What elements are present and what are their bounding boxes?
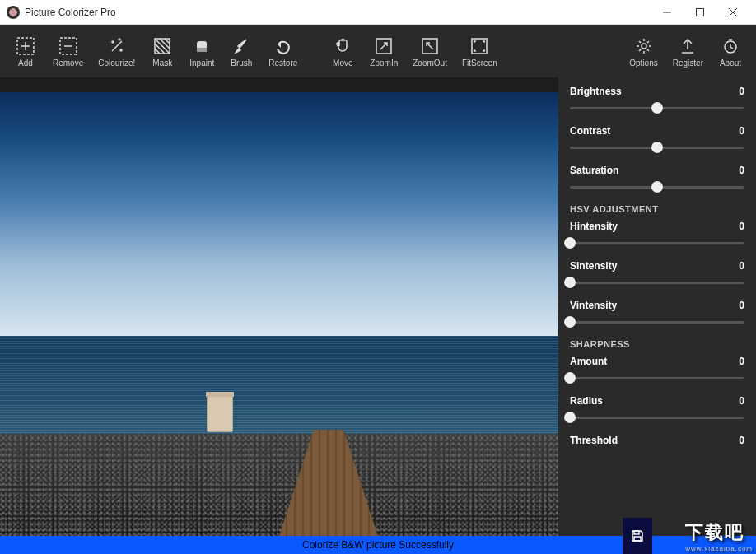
sintensity-label: Sintensity <box>570 260 617 272</box>
clock-icon <box>721 35 740 57</box>
brush-button[interactable]: Brush <box>222 32 260 71</box>
fit-screen-button[interactable]: FitScreen <box>455 32 504 71</box>
slider-thumb[interactable] <box>564 372 576 384</box>
radius-label: Radius <box>570 395 603 407</box>
brightness-slider[interactable]: Brightness0 <box>570 86 744 114</box>
preview-image <box>0 92 558 536</box>
brightness-value: 0 <box>739 86 744 97</box>
saturation-label: Saturation <box>570 165 618 176</box>
add-button[interactable]: Add <box>7 32 44 71</box>
zoom-out-button[interactable]: ZoomOut <box>406 32 454 71</box>
hsv-section-title: HSV ADJUSTMENT <box>570 204 744 214</box>
saturation-value: 0 <box>739 165 744 176</box>
fit-screen-icon <box>469 35 489 57</box>
threshold-slider[interactable]: Threshold0 <box>570 435 744 446</box>
svg-rect-27 <box>634 537 641 541</box>
svg-line-17 <box>380 43 387 49</box>
image-canvas[interactable] <box>0 77 558 536</box>
slider-thumb[interactable] <box>564 277 576 288</box>
magic-wand-icon <box>107 35 127 57</box>
inpaint-button[interactable]: Inpaint <box>183 32 221 71</box>
watermark: 下载吧 www.xiazaiba.com <box>685 520 753 552</box>
titlebar: Picture Colorizer Pro <box>0 0 756 25</box>
radius-value: 0 <box>739 395 744 407</box>
slider-thumb[interactable] <box>564 316 576 328</box>
slider-thumb[interactable] <box>564 412 576 423</box>
maximize-button[interactable] <box>684 1 716 24</box>
remove-button[interactable]: Remove <box>46 32 90 71</box>
hintensity-label: Hintensity <box>570 221 618 232</box>
minimize-button[interactable] <box>651 1 684 24</box>
radius-slider[interactable]: Radius0 <box>570 395 744 423</box>
save-icon <box>630 528 645 543</box>
contrast-label: Contrast <box>570 125 610 137</box>
saturation-slider[interactable]: Saturation0 <box>570 165 744 193</box>
contrast-slider[interactable]: Contrast0 <box>570 125 744 153</box>
svg-rect-1 <box>697 8 704 16</box>
svg-point-12 <box>119 39 120 40</box>
svg-rect-26 <box>634 531 639 534</box>
slider-thumb[interactable] <box>651 181 663 193</box>
register-button[interactable]: Register <box>666 32 710 71</box>
mask-icon <box>152 35 172 57</box>
status-message: Colorize B&W picture Successfully <box>302 539 454 551</box>
amount-value: 0 <box>739 356 744 367</box>
about-button[interactable]: About <box>712 32 749 71</box>
vintensity-slider[interactable]: Vintensity0 <box>570 300 744 328</box>
sintensity-value: 0 <box>739 260 744 272</box>
toolbar: Add Remove Colourize! Mask Inpaint Brush… <box>0 25 756 77</box>
sintensity-slider[interactable]: Sintensity0 <box>570 260 744 288</box>
options-button[interactable]: Options <box>623 32 664 71</box>
slider-thumb[interactable] <box>564 237 576 249</box>
eraser-icon <box>192 35 212 57</box>
gear-icon <box>634 35 654 57</box>
app-icon <box>7 6 20 19</box>
vintensity-value: 0 <box>739 300 744 311</box>
hintensity-slider[interactable]: Hintensity0 <box>570 221 744 249</box>
add-icon <box>16 35 35 57</box>
hintensity-value: 0 <box>739 221 744 232</box>
colourize-button[interactable]: Colourize! <box>91 32 142 71</box>
contrast-value: 0 <box>739 125 744 137</box>
threshold-label: Threshold <box>570 435 618 446</box>
svg-rect-15 <box>197 48 207 52</box>
amount-slider[interactable]: Amount0 <box>570 356 744 384</box>
svg-line-19 <box>427 43 433 49</box>
upload-icon <box>678 35 698 57</box>
zoom-out-icon <box>420 35 440 57</box>
svg-point-11 <box>120 49 122 51</box>
svg-point-21 <box>642 44 646 49</box>
slider-thumb[interactable] <box>651 142 663 153</box>
vintensity-label: Vintensity <box>570 300 617 311</box>
mask-button[interactable]: Mask <box>143 32 181 71</box>
svg-line-24 <box>730 47 733 49</box>
undo-icon <box>273 35 293 57</box>
brush-icon <box>231 35 251 57</box>
sharpness-section-title: SHARPNESS <box>570 339 744 349</box>
move-button[interactable]: Move <box>324 32 362 71</box>
svg-point-10 <box>112 41 114 43</box>
restore-button[interactable]: Restore <box>262 32 304 71</box>
slider-thumb[interactable] <box>651 102 663 114</box>
close-button[interactable] <box>716 1 749 24</box>
remove-icon <box>58 35 78 57</box>
brightness-label: Brightness <box>570 86 622 97</box>
adjustments-panel: Brightness0 Contrast0 Saturation0 HSV AD… <box>558 77 756 536</box>
threshold-value: 0 <box>739 435 744 446</box>
window-title: Picture Colorizer Pro <box>25 7 651 18</box>
save-button[interactable] <box>623 518 652 554</box>
main-area: Brightness0 Contrast0 Saturation0 HSV AD… <box>0 77 756 536</box>
hand-icon <box>333 35 352 57</box>
zoom-in-icon <box>374 35 394 57</box>
amount-label: Amount <box>570 356 607 367</box>
zoom-in-button[interactable]: ZoomIn <box>363 32 404 71</box>
